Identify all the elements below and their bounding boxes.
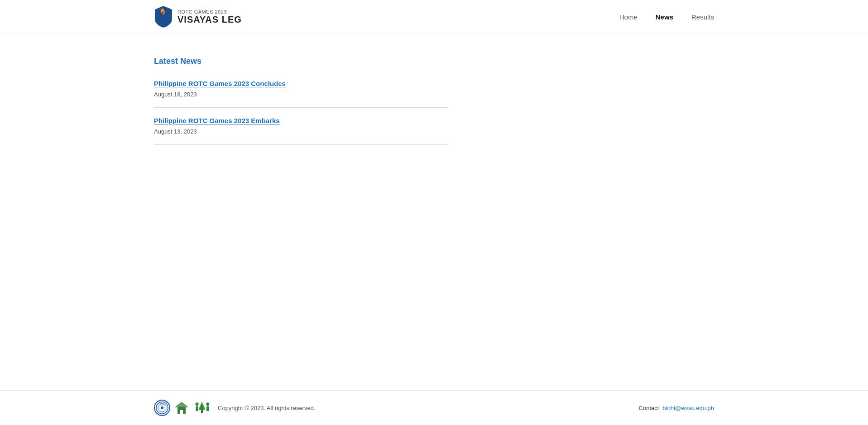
logo-text-block: ROTC GAMES 2023 VISAYAS LEG <box>177 9 242 25</box>
site-footer: WVSU <box>0 390 868 425</box>
main-content: Latest News Philippine ROTC Games 2023 C… <box>0 34 868 172</box>
footer-contact-email[interactable]: binhi@wvsu.edu.ph <box>662 405 714 411</box>
svg-marker-8 <box>176 403 187 407</box>
nav-home[interactable]: Home <box>619 13 638 21</box>
svg-point-14 <box>206 402 209 406</box>
footer-logos: WVSU <box>154 400 211 416</box>
latest-news-heading: Latest News <box>154 57 714 66</box>
nav-news[interactable]: News <box>656 13 673 21</box>
main-nav: Home News Results <box>619 13 714 21</box>
site-logo[interactable]: ROTC GAMES 2023 VISAYAS LEG <box>154 5 242 29</box>
svg-rect-13 <box>201 410 203 413</box>
nav-results[interactable]: Results <box>691 13 714 21</box>
svg-rect-10 <box>196 406 198 411</box>
house-logo-icon <box>174 400 189 415</box>
footer-right: Contact binhi@wvsu.edu.ph <box>639 405 714 411</box>
news-item: Philippine ROTC Games 2023 Embarks Augus… <box>154 108 448 145</box>
news-list: Philippine ROTC Games 2023 Concludes Aug… <box>154 80 448 145</box>
news-item: Philippine ROTC Games 2023 Concludes Aug… <box>154 80 448 108</box>
news-item-1-title[interactable]: Philippine ROTC Games 2023 Concludes <box>154 80 448 87</box>
seal-logo-icon: WVSU <box>154 400 170 416</box>
svg-point-9 <box>195 402 198 406</box>
logo-title: VISAYAS LEG <box>177 14 242 25</box>
news-item-1-date: August 18, 2023 <box>154 91 197 98</box>
news-item-2-date: August 13, 2023 <box>154 128 197 135</box>
shield-flame-icon <box>154 5 173 29</box>
site-header: ROTC GAMES 2023 VISAYAS LEG Home News Re… <box>0 0 868 34</box>
logo-subtitle: ROTC GAMES 2023 <box>177 9 242 14</box>
svg-rect-7 <box>180 410 183 414</box>
svg-rect-15 <box>206 406 209 411</box>
news-item-2-title[interactable]: Philippine ROTC Games 2023 Embarks <box>154 117 448 124</box>
svg-text:WVSU: WVSU <box>160 403 164 405</box>
tree-logo-icon <box>193 400 211 415</box>
footer-contact-label: Contact <box>639 405 659 411</box>
svg-point-2 <box>161 406 163 409</box>
footer-left: WVSU <box>154 400 316 416</box>
footer-copyright: Copyright © 2023. All rights reserved. <box>218 405 316 411</box>
